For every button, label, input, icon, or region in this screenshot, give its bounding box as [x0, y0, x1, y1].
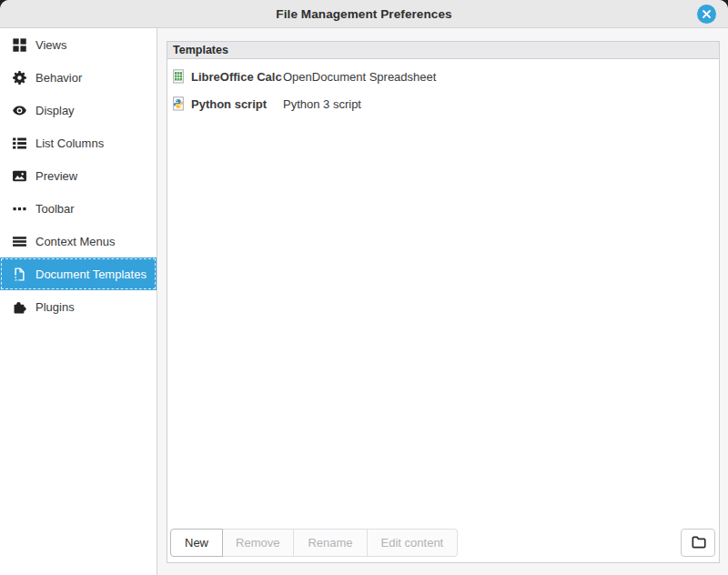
sidebar-item-label: Preview [35, 169, 77, 183]
sidebar-item-display[interactable]: Display [0, 94, 157, 126]
template-row-libreoffice-calc[interactable]: LibreOffice Calc OpenDocument Spreadshee… [167, 63, 719, 90]
template-name: Python script [191, 97, 280, 111]
template-description: OpenDocument Spreadsheet [283, 70, 436, 84]
sidebar-item-preview[interactable]: Preview [0, 159, 157, 192]
templates-list-header: Templates [167, 42, 719, 59]
hamburger-icon [12, 234, 27, 249]
rename-button[interactable]: Rename [294, 529, 367, 557]
close-button[interactable] [697, 5, 716, 24]
sidebar-item-label: Document Templates [35, 267, 147, 281]
sidebar-item-toolbar[interactable]: Toolbar [0, 192, 157, 225]
templates-button-bar: New Remove Rename Edit content [167, 523, 719, 562]
sidebar-item-list-columns[interactable]: List Columns [0, 126, 157, 159]
sidebar-item-behavior[interactable]: Behavior [0, 61, 157, 94]
templates-list: LibreOffice Calc OpenDocument Spreadshee… [167, 59, 719, 523]
sidebar-item-label: Toolbar [35, 202, 75, 216]
templates-frame: Templates LibreOffice Calc OpenDocumen [167, 41, 720, 563]
edit-content-button[interactable]: Edit content [368, 529, 459, 557]
sidebar-item-label: Plugins [35, 300, 75, 314]
window-title: File Management Preferences [276, 7, 451, 21]
templates-button-group: New Remove Rename Edit content [170, 529, 458, 557]
sidebar-item-views[interactable]: Views [0, 28, 157, 61]
main-content: Templates LibreOffice Calc OpenDocumen [157, 28, 728, 575]
close-icon [702, 6, 712, 23]
python-file-icon [171, 96, 186, 111]
preferences-dialog: File Management Preferences Views [0, 0, 728, 575]
new-button[interactable]: New [170, 529, 223, 557]
puzzle-icon [12, 299, 27, 315]
template-row-python-script[interactable]: Python script Python 3 script [167, 90, 719, 117]
grid-icon [12, 37, 27, 53]
titlebar: File Management Preferences [0, 0, 728, 28]
document-icon [12, 267, 27, 282]
templates-header-label: Templates [173, 44, 228, 56]
image-icon [12, 168, 27, 184]
sidebar: Views Behavior [0, 28, 157, 575]
sidebar-item-plugins[interactable]: Plugins [0, 290, 157, 323]
remove-button[interactable]: Remove [222, 529, 294, 557]
open-templates-folder-button[interactable] [681, 529, 715, 557]
sidebar-item-document-templates[interactable]: Document Templates [0, 257, 157, 290]
list-columns-icon [12, 136, 27, 151]
eye-icon [12, 103, 27, 118]
template-name: LibreOffice Calc [191, 70, 280, 84]
libreoffice-calc-file-icon [171, 69, 186, 84]
sidebar-item-label: Display [35, 104, 75, 117]
template-description: Python 3 script [283, 97, 361, 111]
dots-icon [12, 201, 27, 217]
sidebar-item-label: Behavior [35, 71, 82, 85]
folder-icon [691, 534, 706, 552]
sidebar-item-label: Context Menus [35, 235, 115, 248]
dialog-body: Views Behavior [0, 28, 728, 575]
sidebar-item-label: List Columns [35, 136, 104, 150]
sidebar-item-context-menus[interactable]: Context Menus [0, 225, 157, 257]
sidebar-item-label: Views [35, 38, 66, 52]
gear-icon [12, 70, 27, 86]
